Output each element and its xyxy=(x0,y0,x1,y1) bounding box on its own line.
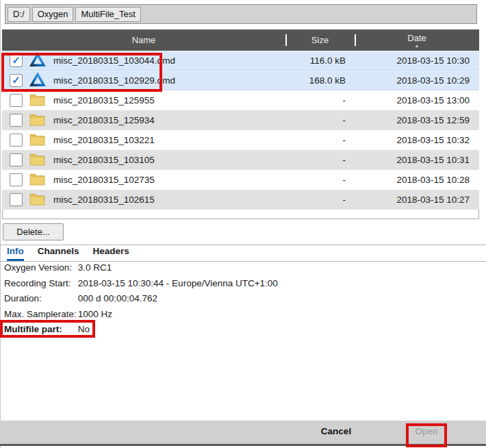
file-name: misc_20180315_103105 xyxy=(53,155,285,165)
checkmark-icon: ✓ xyxy=(12,54,21,66)
file-date: 2018-03-15 10:29 xyxy=(355,75,479,86)
folder-icon xyxy=(29,173,45,188)
column-separator xyxy=(355,34,356,46)
folder-icon xyxy=(29,113,45,128)
row-icon-cell xyxy=(29,72,53,89)
tab-info[interactable]: Info xyxy=(7,246,24,261)
row-checkbox[interactable] xyxy=(10,153,23,166)
info-field-value: No xyxy=(78,324,90,334)
info-field-label: Recording Start: xyxy=(4,276,75,292)
file-name: misc_20180315_103221 xyxy=(53,135,285,145)
column-header-name-label: Name xyxy=(132,35,156,45)
row-icon-cell xyxy=(29,192,53,208)
info-field-label: Oxygen Version: xyxy=(4,260,75,276)
info-field-label: Max. Samplerate: xyxy=(4,307,75,323)
info-field-value: 3.0 RC1 xyxy=(78,262,112,273)
delete-button[interactable]: Delete... xyxy=(3,223,64,240)
column-separator xyxy=(285,34,287,46)
open-button[interactable]: Open xyxy=(409,426,444,436)
row-checkbox[interactable] xyxy=(10,114,23,127)
row-checkbox-cell: ✓ xyxy=(2,54,29,67)
breadcrumb-item-multifile-test[interactable]: MultiFile_Test xyxy=(75,7,140,22)
info-panel: Oxygen Version: 3.0 RC1 Recording Start:… xyxy=(4,260,476,338)
info-field-label: Duration: xyxy=(4,291,75,307)
file-date: 2018-03-15 13:00 xyxy=(355,95,479,105)
file-size: - xyxy=(285,95,355,105)
file-size: 116.0 kB xyxy=(285,55,355,66)
footer-bottom-strip xyxy=(0,444,486,446)
column-header-date-label: Date xyxy=(407,33,426,43)
tab-headers[interactable]: Headers xyxy=(93,246,129,261)
row-checkbox[interactable] xyxy=(10,94,23,107)
file-name: misc_20180315_125934 xyxy=(53,115,285,125)
row-checkbox[interactable]: ✓ xyxy=(10,74,23,87)
row-checkbox-cell: ✓ xyxy=(2,74,29,87)
row-checkbox-cell xyxy=(2,193,29,206)
file-table-body: ✓ xyxy=(2,51,479,210)
detail-tabs: InfoChannelsHeaders xyxy=(7,246,129,261)
file-name: misc_20180315_102929.dmd xyxy=(53,75,285,86)
row-icon-cell xyxy=(29,113,53,128)
file-name: misc_20180315_102615 xyxy=(53,195,285,205)
breadcrumb-item-oxygen[interactable]: Oxygen xyxy=(32,7,74,22)
row-checkbox[interactable] xyxy=(10,173,23,186)
info-field-value: 1000 Hz xyxy=(78,309,112,319)
column-header-name[interactable]: Name xyxy=(2,29,285,51)
info-field: Recording Start: 2018-03-15 10:30:44 - E… xyxy=(4,276,476,292)
window-left-border xyxy=(0,0,1,448)
file-size: - xyxy=(285,115,355,125)
file-name: misc_20180315_125955 xyxy=(53,95,285,105)
row-checkbox-cell xyxy=(2,94,29,107)
column-header-size[interactable]: Size xyxy=(285,29,355,51)
dmd-file-icon xyxy=(29,72,46,89)
table-row[interactable]: misc_20180315_103221 - 2018-03-15 10:32 xyxy=(2,130,479,150)
folder-icon xyxy=(29,93,45,108)
info-field: Duration: 000 d 00:00:04.762 xyxy=(4,291,476,307)
sort-ascending-icon: ▲ xyxy=(415,44,420,48)
file-date: 2018-03-15 10:32 xyxy=(355,135,479,145)
table-header: Name Size Date ▲ xyxy=(2,29,479,51)
table-row[interactable]: misc_20180315_102615 - 2018-03-15 10:27 xyxy=(2,190,479,210)
cancel-button[interactable]: Cancel xyxy=(305,426,368,436)
row-checkbox-cell xyxy=(2,134,29,147)
info-field-value: 2018-03-15 10:30:44 - Europe/Vienna UTC+… xyxy=(78,278,278,288)
row-icon-cell xyxy=(29,52,53,69)
file-date: 2018-03-15 10:28 xyxy=(355,175,479,185)
folder-icon xyxy=(29,153,45,168)
divider-above-tabs xyxy=(0,245,486,245)
file-date: 2018-03-15 10:27 xyxy=(355,195,479,205)
breadcrumb-item-d[interactable]: D:/ xyxy=(8,7,30,22)
file-name: misc_20180315_102735 xyxy=(53,175,285,185)
file-date: 2018-03-15 12:59 xyxy=(355,115,479,125)
table-row[interactable]: ✓ xyxy=(2,51,479,71)
row-checkbox[interactable] xyxy=(10,193,23,206)
table-row[interactable]: misc_20180315_102735 - 2018-03-15 10:28 xyxy=(2,170,479,190)
info-field-label: Multifile part: xyxy=(4,322,75,338)
row-checkbox-cell xyxy=(2,173,29,186)
row-checkbox-cell xyxy=(2,153,29,166)
file-size: 168.0 kB xyxy=(285,75,355,86)
row-icon-cell xyxy=(29,93,53,108)
dmd-file-icon xyxy=(29,52,46,69)
info-field: Multifile part: No xyxy=(4,322,476,338)
folder-icon xyxy=(29,133,45,148)
table-row[interactable]: misc_20180315_125934 - 2018-03-15 12:59 xyxy=(2,110,479,130)
file-name: misc_20180315_103044.dmd xyxy=(53,55,285,66)
row-checkbox[interactable]: ✓ xyxy=(10,54,23,67)
row-checkbox[interactable] xyxy=(10,134,23,147)
folder-icon xyxy=(29,192,45,208)
row-checkbox-cell xyxy=(2,114,29,127)
file-size: - xyxy=(285,195,355,205)
column-header-date[interactable]: Date ▲ xyxy=(355,29,479,51)
table-row[interactable]: misc_20180315_125955 - 2018-03-15 13:00 xyxy=(2,90,479,110)
row-icon-cell xyxy=(29,133,53,148)
tab-channels[interactable]: Channels xyxy=(38,246,79,261)
info-field: Oxygen Version: 3.0 RC1 xyxy=(4,260,476,276)
file-size: - xyxy=(285,175,355,185)
file-size: - xyxy=(285,135,355,145)
table-row[interactable]: ✓ xyxy=(2,71,479,90)
checkmark-icon: ✓ xyxy=(12,74,21,86)
table-row[interactable]: misc_20180315_103105 - 2018-03-15 10:31 xyxy=(2,150,479,170)
breadcrumb: D:/OxygenMultiFile_Test xyxy=(5,4,477,24)
file-size: - xyxy=(285,155,355,165)
